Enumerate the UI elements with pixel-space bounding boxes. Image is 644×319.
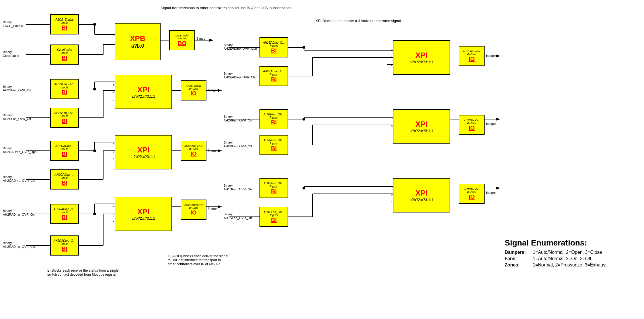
xpi-ah2oadmp-b: b	[113, 150, 114, 153]
xpb-port-a: a	[113, 33, 114, 36]
xpb-formula: a?b:0	[131, 43, 144, 49]
bi-ah2eadmp-cls: AH2EADmp_O... Inputs BI	[259, 66, 288, 86]
xpi-ah2eadmp-a: a	[391, 48, 393, 51]
io-ah2oadmp-main: IO	[190, 150, 196, 157]
ah2sfanoff-type: Binary	[3, 113, 12, 117]
io-ah1sfan: AH1SFanOvr BACnet IO	[459, 184, 485, 204]
io-ah2rfan-bacnet: BACnet	[467, 122, 476, 125]
bi-ah2rfanon-top: AH2RFan_OV...	[264, 113, 284, 116]
ah2eadmpcls-signal: AH2EADmp_OVR_Cls	[224, 76, 255, 79]
bi-ah2rfanon-inputs: Inputs	[270, 116, 278, 119]
io-ah2radmp: AH2RADmpOvr BACnet IO	[181, 200, 206, 220]
xpi-ah2rfan: XPI a?b?2:c?3:1:1	[393, 109, 450, 144]
xpi-ah2rfan-formula: a?b?2:c?3:1:1	[410, 129, 433, 133]
bi-fscs-main-label: BI	[62, 24, 67, 31]
ah2radmpcls-signal: AH2RADmp_OVR_Cls	[3, 245, 35, 248]
xpi-ah2eadmp-b: b	[391, 55, 393, 59]
io-ah2radmp-main: IO	[190, 209, 196, 216]
io-ah2eadmp: AH2EADmpOvr BACnet IO	[459, 46, 485, 66]
ah2eadmpopn-type: Binary	[224, 43, 233, 47]
ah2radmpcls-type: Binary	[3, 241, 12, 245]
io-ah2rfan: AH2RFanOvr BACnet IO	[459, 115, 485, 135]
bi-ah2sfanon-top-label: AH2SFan_OV...	[54, 83, 75, 86]
ah1sfanon-signal: AH1SFan_OVR_On	[224, 187, 252, 191]
svg-point-32	[93, 212, 96, 215]
bi-ah2oadmpopn-inputs: Inputs	[61, 148, 68, 151]
svg-marker-40	[218, 205, 222, 208]
ah2oadmpopn-signal: AH2OADmp_OVR_Opn	[3, 150, 36, 154]
xpi-ah2sfan-a: a	[113, 83, 114, 86]
xpi-ah1sfan-b: b	[391, 193, 393, 196]
svg-point-63	[303, 187, 305, 190]
bo-block: ClearFaults BACnet BO	[169, 30, 195, 50]
io-ah2oadmp-type: Integer	[208, 149, 218, 152]
ah2sfanon-signal: AH2SFan_OVR_On	[3, 88, 31, 92]
bi-ah2oadmpopn-top: AH2OADmp...	[55, 144, 73, 148]
xpi-ah2rfan-b: b	[391, 124, 393, 127]
io-ah2rfan-type: Integer	[486, 122, 496, 125]
bi-ah1sfan-on: AH1SFan_OV... Inputs BI	[259, 178, 288, 198]
bi-cf-inputs-label: Inputs	[61, 51, 68, 55]
bi-ah2radmpcls-inputs: Inputs	[61, 242, 68, 245]
bi-annotation: BI Blocks each receive the status from a…	[47, 268, 119, 277]
io-ah2radmp-top: AH2RADmpOvr	[184, 204, 203, 206]
xpi-ah2eadmp-c: c	[391, 63, 393, 66]
xpi-ah2rfan-a: a	[391, 116, 393, 120]
ah2rfanoff-signal: AH2RFan_OVR_Off	[224, 144, 252, 148]
xpi-ah2eadmp-title: XPI	[415, 51, 428, 60]
bi-cf-top-label: ClearFaults	[57, 48, 72, 51]
io-ah2eadmp-bacnet: BACnet	[467, 53, 476, 56]
bo-main-label: BO	[178, 40, 186, 47]
io-ah2sfan-main: IO	[190, 90, 196, 97]
xpb-title: XPB	[130, 34, 145, 43]
io-ah2eadmp-type: Integer	[486, 54, 496, 57]
xpi-ah2sfan-b: b	[113, 90, 114, 93]
xpb-port-b: b	[113, 42, 114, 46]
bi-ah2eadmpopn-inputs: Inputs	[270, 44, 278, 47]
xpi-ah1sfan-c: c	[391, 200, 393, 204]
io-ah1sfan-main: IO	[469, 194, 475, 200]
xpi-ah2radmp-b: b	[113, 212, 114, 215]
diagram-container: Signal transmissions to other controller…	[0, 0, 644, 319]
io-ah2oadmp-bacnet: BACnet	[189, 148, 198, 150]
bi-ah2eadmp-opn: AH2EADmp_O... Inputs BI	[259, 37, 288, 57]
xpi-ah1sfan-title: XPI	[415, 189, 428, 198]
xpi-ah2eadmp-formula: a?b?2:c?3:1:1	[410, 60, 433, 64]
xpi-annotation: XPI Blocks each create a 3 state enumera…	[315, 19, 401, 23]
cf-type-label: Binary	[3, 50, 12, 54]
fscs-signal-label: FSCS_Enable	[3, 24, 23, 28]
bi-ah2sfanoff-main-label: BI	[62, 118, 67, 124]
enum-zones-label: Zones:	[505, 262, 530, 268]
bi-ah1sfanoff-inputs: Inputs	[270, 214, 278, 217]
ah2eadmpcls-type: Binary	[224, 72, 233, 75]
ah2oadmpcls-type: Binary	[3, 175, 12, 179]
xpi-ah2rfan-title: XPI	[415, 120, 428, 129]
bi-ah2oadmpcls-inputs: Inputs	[61, 176, 68, 179]
ah2radmpopn-signal: AH2RADmp_OVR_Opn	[3, 213, 36, 216]
io-annotation: IO (&BO) Blocks each deliver the signalt…	[168, 254, 228, 266]
bi-note-separator	[43, 253, 181, 253]
xpi-ah2sfan-title: XPI	[137, 85, 149, 94]
svg-point-11	[93, 88, 96, 90]
xpi-ah2oadmp: XPI a?b?2:c?3:1:1	[115, 135, 172, 169]
xpb-block: XPB a?b:0	[115, 23, 161, 60]
io-ah2rfan-main: IO	[469, 125, 475, 131]
bo-type: Binary	[196, 37, 205, 40]
ah2sfanoff-signal: AH2SFan_OVR_Off	[3, 117, 31, 121]
bi-ah2eadmpopn-main: BI	[271, 47, 277, 54]
xpi-ah2radmp: XPI a?b?2:c?3:1:1	[115, 197, 172, 231]
io-ah2radmp-type: Integer	[208, 207, 218, 210]
bi-ah2radmp-opn: AH2RADmp_O... Inputs BI	[50, 204, 79, 224]
xpi-ah2radmp-title: XPI	[137, 207, 149, 216]
xpi-ah2rfan-c: c	[391, 132, 393, 135]
enum-fans-values: 1=Auto/Normal, 2=On, 3=Off	[533, 256, 591, 261]
xpi-ah2sfan-formula: a?b?2:c?3:1:1	[132, 94, 155, 98]
enum-zones-values: 1=Normal, 2=Pressurize, 3=Exhaust	[533, 262, 606, 268]
signal-enumerations: Signal Enumerations: Dampers: 1=Auto/Nor…	[505, 238, 642, 268]
enum-dampers-label: Dampers:	[505, 250, 530, 255]
bi-ah2rfanoff-inputs: Inputs	[270, 142, 278, 145]
bi-fscs-top-label: FSCS_Enable	[55, 18, 73, 21]
io-ah2radmp-bacnet: BACnet	[189, 206, 198, 209]
ah2sfanon-type: Binary	[3, 85, 12, 88]
bi-ah2sfan-on: AH2SFan_OV... Inputs BI	[50, 79, 79, 99]
